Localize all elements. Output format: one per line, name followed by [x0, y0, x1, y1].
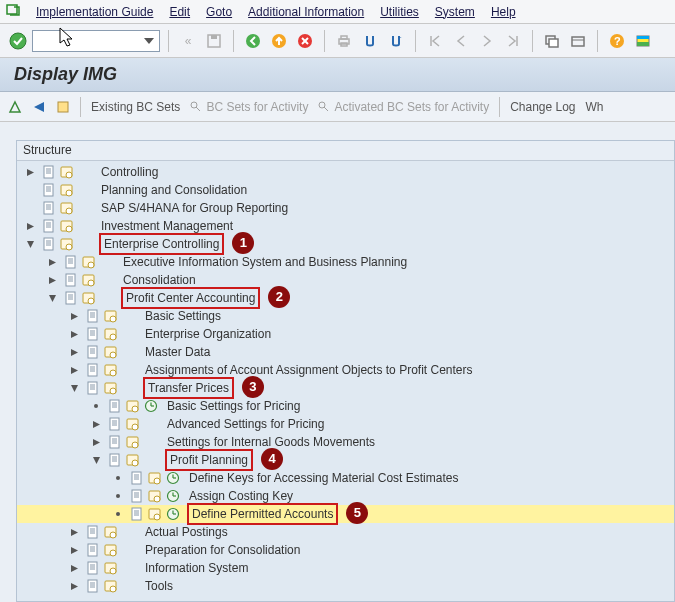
save-icon[interactable] — [203, 30, 225, 52]
tree-node-label[interactable]: Information System — [143, 559, 250, 577]
expand-icon[interactable] — [67, 561, 81, 575]
tree-row[interactable]: Planning and Consolidation — [17, 181, 674, 199]
tree-row[interactable]: Preparation for Consolidation — [17, 541, 674, 559]
activity-icon[interactable] — [125, 434, 141, 450]
doc-icon[interactable] — [85, 542, 101, 558]
expand-icon[interactable] — [67, 309, 81, 323]
execute-icon[interactable] — [143, 398, 159, 414]
menu-utilities[interactable]: Utilities — [372, 3, 427, 21]
activity-icon[interactable] — [103, 344, 119, 360]
tree-node-label[interactable]: Define Permitted Accounts — [187, 503, 338, 525]
activity-icon[interactable] — [147, 470, 163, 486]
doc-icon[interactable] — [129, 470, 145, 486]
tree-row[interactable]: Information System — [17, 559, 674, 577]
doc-icon[interactable] — [85, 362, 101, 378]
ok-icon[interactable] — [8, 31, 28, 51]
tree-node-label[interactable]: Enterprise Organization — [143, 325, 273, 343]
doc-icon[interactable] — [41, 236, 57, 252]
menu-additional-information[interactable]: Additional Information — [240, 3, 372, 21]
nav-back-icon[interactable] — [242, 30, 264, 52]
help-icon[interactable]: ? — [606, 30, 628, 52]
new-session-icon[interactable] — [541, 30, 563, 52]
tree-node-label[interactable]: Planning and Consolidation — [99, 181, 249, 199]
activity-icon[interactable] — [59, 164, 75, 180]
tree-node-label[interactable]: Transfer Prices — [143, 377, 234, 399]
activity-icon[interactable] — [103, 308, 119, 324]
menu-goto[interactable]: Goto — [198, 3, 240, 21]
tree-row[interactable]: Assign Costing Key — [17, 487, 674, 505]
expand-icon[interactable] — [67, 543, 81, 557]
command-field[interactable] — [32, 30, 160, 52]
activity-icon[interactable] — [103, 362, 119, 378]
collapse-icon[interactable] — [89, 453, 103, 467]
expand-icon[interactable] — [89, 417, 103, 431]
activity-icon[interactable] — [147, 506, 163, 522]
doc-icon[interactable] — [107, 434, 123, 450]
expand-icon[interactable] — [67, 525, 81, 539]
doc-icon[interactable] — [41, 164, 57, 180]
doc-icon[interactable] — [41, 182, 57, 198]
find-next-icon[interactable]: + — [385, 30, 407, 52]
tree-row[interactable]: Define Keys for Accessing Material Cost … — [17, 469, 674, 487]
select-hierarchy-icon[interactable] — [32, 100, 46, 114]
tree-node-label[interactable]: Basic Settings for Pricing — [165, 397, 302, 415]
tree-node-label[interactable]: Controlling — [99, 163, 160, 181]
activity-icon[interactable] — [103, 524, 119, 540]
tree-node-label[interactable]: Preparation for Consolidation — [143, 541, 302, 559]
expand-icon[interactable] — [45, 273, 59, 287]
tree-row[interactable]: SAP S/4HANA for Group Reporting — [17, 199, 674, 217]
doc-icon[interactable] — [85, 524, 101, 540]
first-page-icon[interactable] — [424, 30, 446, 52]
tree-node-label[interactable]: Actual Postings — [143, 523, 230, 541]
execute-icon[interactable] — [165, 488, 181, 504]
bc-sets-for-activity[interactable]: BC Sets for Activity — [190, 100, 308, 114]
tree-node-label[interactable]: Advanced Settings for Pricing — [165, 415, 326, 433]
doc-icon[interactable] — [129, 506, 145, 522]
doc-icon[interactable] — [107, 398, 123, 414]
existing-bc-sets[interactable]: Existing BC Sets — [91, 100, 180, 114]
expand-icon[interactable] — [45, 255, 59, 269]
activity-icon[interactable] — [103, 380, 119, 396]
doc-icon[interactable] — [63, 254, 79, 270]
activity-icon[interactable] — [81, 290, 97, 306]
tree-row[interactable]: Settings for Internal Goods Movements — [17, 433, 674, 451]
doc-icon[interactable] — [41, 218, 57, 234]
doc-icon[interactable] — [107, 452, 123, 468]
activity-icon[interactable] — [103, 578, 119, 594]
tree-node-label[interactable]: Profit Planning — [165, 449, 253, 471]
find-icon[interactable] — [359, 30, 381, 52]
activity-icon[interactable] — [103, 542, 119, 558]
doc-icon[interactable] — [85, 344, 101, 360]
tree-row[interactable]: Tools — [17, 577, 674, 595]
tree-row[interactable]: Define Permitted Accounts5 — [17, 505, 674, 523]
activity-icon[interactable] — [147, 488, 163, 504]
expand-icon[interactable] — [23, 219, 37, 233]
tree-row[interactable]: Enterprise Controlling1 — [17, 235, 674, 253]
expand-icon[interactable] — [23, 165, 37, 179]
tree-row[interactable]: Basic Settings — [17, 307, 674, 325]
doc-icon[interactable] — [85, 380, 101, 396]
activity-icon[interactable] — [103, 326, 119, 342]
menu-edit[interactable]: Edit — [161, 3, 198, 21]
release-notes-icon[interactable] — [56, 100, 70, 114]
tree-row[interactable]: Transfer Prices3 — [17, 379, 674, 397]
tree-node-label[interactable]: Tools — [143, 577, 175, 595]
activity-icon[interactable] — [125, 398, 141, 414]
back-icon[interactable]: « — [177, 30, 199, 52]
command-field-dropdown-icon[interactable] — [141, 32, 157, 50]
nav-exit-icon[interactable] — [268, 30, 290, 52]
execute-icon[interactable] — [165, 506, 181, 522]
expand-icon[interactable] — [67, 363, 81, 377]
activated-bc-sets[interactable]: Activated BC Sets for Activity — [318, 100, 489, 114]
activity-icon[interactable] — [59, 218, 75, 234]
menu-system[interactable]: System — [427, 3, 483, 21]
activity-icon[interactable] — [59, 200, 75, 216]
tree-row[interactable]: Controlling — [17, 163, 674, 181]
nav-cancel-icon[interactable] — [294, 30, 316, 52]
tree-row[interactable]: Consolidation — [17, 271, 674, 289]
tree-row[interactable]: Profit Planning4 — [17, 451, 674, 469]
tree-row[interactable]: Actual Postings — [17, 523, 674, 541]
tree-node-label[interactable]: Master Data — [143, 343, 212, 361]
activity-icon[interactable] — [125, 452, 141, 468]
doc-icon[interactable] — [63, 272, 79, 288]
